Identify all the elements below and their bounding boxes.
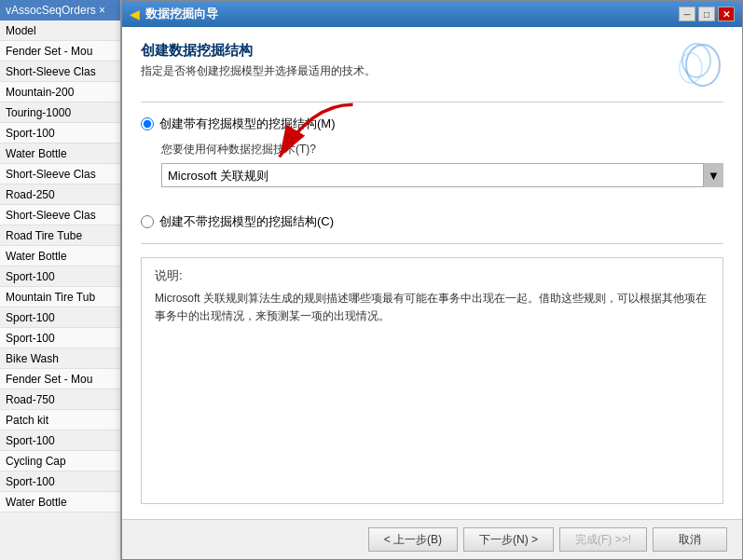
list-item[interactable]: Water Bottle	[0, 143, 120, 164]
list-item[interactable]: Touring-1000	[0, 102, 120, 123]
left-panel: vAssocSeqOrders × ModelFender Set - MouS…	[0, 0, 121, 560]
left-panel-title: vAssocSeqOrders ×	[6, 4, 105, 17]
radio-input-2[interactable]	[141, 215, 154, 228]
list-item[interactable]: Short-Sleeve Clas	[0, 164, 120, 184]
minimize-button[interactable]: ─	[679, 7, 695, 21]
list-item[interactable]: Short-Sleeve Clas	[0, 205, 120, 225]
list-item[interactable]: Mountain Tire Tub	[0, 287, 120, 307]
radio-label-1[interactable]: 创建带有挖掘模型的挖掘结构(M)	[159, 116, 336, 132]
description-title: 说明:	[155, 267, 709, 284]
title-left: ◀ 数据挖掘向导	[130, 6, 218, 22]
list-item[interactable]: Sport-100	[0, 307, 120, 328]
svg-point-0	[686, 45, 720, 86]
list-item[interactable]: Model	[0, 20, 120, 41]
list-item[interactable]: Water Bottle	[0, 492, 120, 512]
list-items-container: ModelFender Set - MouShort-Sleeve ClasMo…	[0, 20, 120, 512]
list-item[interactable]: Water Bottle	[0, 246, 120, 266]
list-item[interactable]: Sport-100	[0, 471, 120, 492]
list-item[interactable]: Patch kit	[0, 410, 120, 430]
description-box: 说明: Microsoft 关联规则算法生成的规则描述哪些项最有可能在事务中出现…	[141, 257, 723, 504]
wizard-header: 创建数据挖掘结构 指定是否将创建挖掘模型并选择最适用的技术。	[141, 42, 723, 89]
list-item[interactable]: Bike Wash	[0, 348, 120, 369]
list-item[interactable]: Road-250	[0, 184, 120, 205]
radio-input-1[interactable]	[141, 117, 154, 130]
left-panel-header: vAssocSeqOrders ×	[0, 0, 120, 20]
description-text: Microsoft 关联规则算法生成的规则描述哪些项最有可能在事务中出现在一起。…	[155, 290, 709, 325]
list-item[interactable]: Sport-100	[0, 123, 120, 143]
close-button[interactable]: ✕	[718, 7, 735, 21]
section-divider	[141, 243, 723, 244]
dialog-title: 数据挖掘向导	[145, 6, 218, 22]
wizard-header-text: 创建数据挖掘结构 指定是否将创建挖掘模型并选择最适用的技术。	[141, 42, 376, 79]
list-item[interactable]: Road-750	[0, 389, 120, 410]
restore-button[interactable]: □	[698, 7, 715, 21]
title-arrow-icon: ◀	[130, 7, 140, 21]
back-button[interactable]: < 上一步(B)	[368, 527, 458, 552]
logo-icon	[670, 42, 722, 89]
finish-button[interactable]: 完成(F) >>!	[559, 527, 647, 552]
list-item[interactable]: Cycling Cap	[0, 451, 120, 471]
sub-section: 您要使用何种数据挖掘技术(T)? Microsoft 关联规则 Microsof…	[161, 142, 723, 187]
radio-option-1[interactable]: 创建带有挖掘模型的挖掘结构(M)	[141, 116, 723, 132]
sub-label: 您要使用何种数据挖掘技术(T)?	[161, 142, 723, 157]
list-item[interactable]: Road Tire Tube	[0, 225, 120, 246]
dialog-footer: < 上一步(B) 下一步(N) > 完成(F) >>! 取消	[122, 519, 742, 559]
cancel-button[interactable]: 取消	[653, 527, 727, 552]
wizard-area: 创建数据挖掘结构 指定是否将创建挖掘模型并选择最适用的技术。	[122, 27, 742, 519]
header-divider	[141, 102, 723, 102]
wizard-logo	[667, 42, 723, 89]
dialog-window: ◀ 数据挖掘向导 ─ □ ✕ 创建数据挖掘结构 指定是否将创建挖掘模型并选择最适…	[121, 0, 743, 560]
dropdown-wrapper[interactable]: Microsoft 关联规则 Microsoft 决策树 Microsoft 聚…	[161, 163, 723, 187]
list-item[interactable]: Short-Sleeve Clas	[0, 61, 120, 82]
algorithm-dropdown[interactable]: Microsoft 关联规则 Microsoft 决策树 Microsoft 聚…	[161, 163, 723, 187]
radio-option-2[interactable]: 创建不带挖掘模型的挖掘结构(C)	[141, 213, 723, 230]
wizard-heading: 创建数据挖掘结构	[141, 42, 376, 60]
dialog-content: 创建数据挖掘结构 指定是否将创建挖掘模型并选择最适用的技术。	[122, 27, 742, 519]
next-button[interactable]: 下一步(N) >	[463, 527, 554, 552]
list-item[interactable]: Sport-100	[0, 328, 120, 348]
list-item[interactable]: Sport-100	[0, 266, 120, 287]
list-item[interactable]: Fender Set - Mou	[0, 41, 120, 61]
list-item[interactable]: Sport-100	[0, 430, 120, 451]
radio-label-2[interactable]: 创建不带挖掘模型的挖掘结构(C)	[159, 213, 334, 230]
wizard-subheading: 指定是否将创建挖掘模型并选择最适用的技术。	[141, 63, 376, 79]
radio-section: 创建带有挖掘模型的挖掘结构(M) 您要使用何种数据挖掘技术(T)? Micros…	[141, 116, 723, 230]
list-item[interactable]: Fender Set - Mou	[0, 369, 120, 389]
window-controls[interactable]: ─ □ ✕	[679, 7, 735, 21]
list-item[interactable]: Mountain-200	[0, 82, 120, 102]
dialog-overlay: ◀ 数据挖掘向导 ─ □ ✕ 创建数据挖掘结构 指定是否将创建挖掘模型并选择最适…	[121, 0, 743, 560]
dialog-titlebar: ◀ 数据挖掘向导 ─ □ ✕	[122, 1, 742, 27]
